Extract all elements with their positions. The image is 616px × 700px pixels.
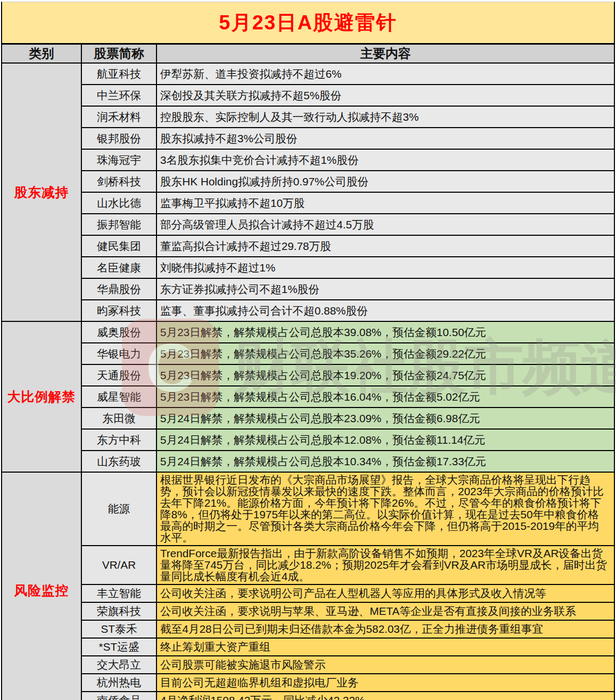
- stock-name-cell: 振邦智能: [81, 214, 156, 235]
- content-cell: 深创投及其关联方拟减持不超5%股份: [156, 85, 614, 106]
- content-cell: 公司股票可能被实施退市风险警示: [156, 656, 614, 674]
- content-cell: 目前公司无超超临界机组和虚拟电厂业务: [156, 674, 614, 692]
- table-row: 丰立智能公司收关注函，要求说明公司产品在人型机器人等应用的具体形式及收入情况等: [2, 584, 614, 602]
- content-cell: 部分高级管理人员拟合计减持不超过4.5万股: [156, 214, 614, 235]
- table-row: 振邦智能部分高级管理人员拟合计减持不超过4.5万股: [2, 214, 614, 235]
- stock-name-cell: 荣旗科技: [81, 602, 156, 620]
- stock-name-cell: 航亚科技: [81, 63, 156, 85]
- table-row: 风险监控能源根据世界银行近日发布的《大宗商品市场展望》报告，全球大宗商品价格将呈…: [2, 472, 614, 546]
- stock-name-cell: 昀冢科技: [81, 300, 156, 321]
- category-cell: 风险监控: [2, 472, 81, 700]
- stock-name-cell: 名臣健康: [81, 257, 156, 278]
- content-cell: 刘晓伟拟减持不超过1%: [156, 257, 614, 278]
- stock-name-cell: 华银电力: [81, 343, 156, 364]
- table-row: 杭州热电目前公司无超超临界机组和虚拟电厂业务: [2, 674, 614, 692]
- table-row: 南侨食品4月净利润1508.42万元，同比减少42.32%: [2, 692, 614, 700]
- table-row: 名臣健康刘晓伟拟减持不超过1%: [2, 257, 614, 278]
- stock-name-cell: VR/AR: [81, 546, 156, 584]
- stock-name-cell: ST泰禾: [81, 620, 156, 638]
- table-row: 山东药玻5月24日解禁，解禁规模占公司总股本10.34%，预估金额17.33亿元: [2, 451, 614, 472]
- content-cell: TrendForce最新报告指出，由于新款高阶设备销售不如预期，2023年全球V…: [156, 546, 614, 584]
- content-cell: 5月23日解禁，解禁规模占公司总股本39.08%，预估金额10.50亿元: [156, 321, 614, 343]
- content-cell: 股东拟减持不超3%公司股份: [156, 128, 614, 149]
- content-cell: 监事梅卫平拟减持不超10万股: [156, 192, 614, 214]
- table-row: 山水比德监事梅卫平拟减持不超10万股: [2, 192, 614, 214]
- table-body: 股东减持航亚科技伊犁苏新、道丰投资拟减持不超过6%中兰环保深创投及其关联方拟减持…: [2, 63, 614, 700]
- table-row: 威星智能5月23日解禁，解禁规模占公司总股本16.04%，预估金额5.02亿元: [2, 386, 614, 408]
- content-cell: 5月23日解禁，解禁规模占公司总股本16.04%，预估金额5.02亿元: [156, 386, 614, 408]
- table-row: ST泰禾截至4月28日公司已到期未归还借款本金为582.03亿，正全力推进债务重…: [2, 620, 614, 638]
- stock-name-cell: 威星智能: [81, 386, 156, 408]
- table-row: 大比例解禁威奥股份5月23日解禁，解禁规模占公司总股本39.08%，预估金额10…: [2, 321, 614, 343]
- page-title: 5月23日A股避雷针: [219, 9, 397, 36]
- table-row: 荣旗科技公司收关注函，要求说明与苹果、亚马逊、META等企业是否有直接及间接的业…: [2, 602, 614, 620]
- title-bar: 5月23日A股避雷针: [2, 2, 614, 45]
- stock-name-cell: 天通股份: [81, 364, 156, 386]
- table-row: VR/ARTrendForce最新报告指出，由于新款高阶设备销售不如预期，202…: [2, 546, 614, 584]
- stock-name-cell: 南侨食品: [81, 692, 156, 700]
- content-cell: 5月24日解禁，解禁规模占公司总股本12.08%，预估金额11.14亿元: [156, 429, 614, 451]
- stock-name-cell: 丰立智能: [81, 584, 156, 602]
- stock-name-cell: 山东药玻: [81, 451, 156, 472]
- table-row: 东田微5月24日解禁，解禁规模占公司总股本23.09%，预估金额6.98亿元: [2, 408, 614, 429]
- table-row: 天通股份5月23日解禁，解禁规模占公司总股本19.20%，预估金额24.75亿元: [2, 364, 614, 386]
- table-row: 健民集团董监高拟合计减持不超过29.78万股: [2, 235, 614, 257]
- content-cell: 截至4月28日公司已到期未归还借款本金为582.03亿，正全力推进债务重组事宜: [156, 620, 614, 638]
- stock-name-cell: 山水比德: [81, 192, 156, 214]
- content-cell: 公司收关注函，要求说明公司产品在人型机器人等应用的具体形式及收入情况等: [156, 584, 614, 602]
- category-cell: 股东减持: [2, 63, 81, 321]
- stock-name-cell: 能源: [81, 472, 156, 546]
- table-row: 昀冢科技监事、董事拟减持公司合计不超0.88%股份: [2, 300, 614, 321]
- stock-name-cell: 剑桥科技: [81, 171, 156, 192]
- content-cell: 终止筹划重大资产重组: [156, 638, 614, 656]
- stock-name-cell: 威奥股份: [81, 321, 156, 343]
- column-header-content: 主要内容: [156, 45, 614, 63]
- table-row: 润禾材料控股股东、实际控制人及其一致行动人拟减持不超3%: [2, 106, 614, 128]
- column-header-stock: 股票简称: [81, 45, 156, 63]
- content-cell: 公司收关注函，要求说明与苹果、亚马逊、META等企业是否有直接及间接的业务联系: [156, 602, 614, 620]
- stock-name-cell: 华鼎股份: [81, 278, 156, 300]
- content-cell: 控股股东、实际控制人及其一致行动人拟减持不超3%: [156, 106, 614, 128]
- table-row: 华银电力5月23日解禁，解禁规模占公司总股本35.26%，预估金额29.22亿元: [2, 343, 614, 364]
- stock-name-cell: 健民集团: [81, 235, 156, 257]
- table-row: *ST运盛终止筹划重大资产重组: [2, 638, 614, 656]
- table-row: 华鼎股份东方证券拟减持公司不超1%股份: [2, 278, 614, 300]
- content-cell: 5月23日解禁，解禁规模占公司总股本19.20%，预估金额24.75亿元: [156, 364, 614, 386]
- table-row: 中兰环保深创投及其关联方拟减持不超5%股份: [2, 85, 614, 106]
- content-cell: 根据世界银行近日发布的《大宗商品市场展望》报告，全球大宗商品价格将呈现出下行趋势…: [156, 472, 614, 546]
- stock-name-cell: 杭州热电: [81, 674, 156, 692]
- stock-name-cell: 东方中科: [81, 429, 156, 451]
- stock-name-cell: 润禾材料: [81, 106, 156, 128]
- table-row: 剑桥科技股东HK Holding拟减持所持0.97%公司股份: [2, 171, 614, 192]
- stock-name-cell: 交大昂立: [81, 656, 156, 674]
- content-cell: 4月净利润1508.42万元，同比减少42.32%: [156, 692, 614, 700]
- table-row: 银邦股份股东拟减持不超3%公司股份: [2, 128, 614, 149]
- alert-table: 类别 股票简称 主要内容 股东减持航亚科技伊犁苏新、道丰投资拟减持不超过6%中兰…: [2, 45, 614, 700]
- alert-table-container: 5月23日A股避雷针 类别 股票简称 主要内容 股东减持航亚科技伊犁苏新、道丰投…: [1, 2, 615, 700]
- content-cell: 东方证券拟减持公司不超1%股份: [156, 278, 614, 300]
- stock-name-cell: 东田微: [81, 408, 156, 429]
- category-cell: 大比例解禁: [2, 321, 81, 472]
- content-cell: 股东HK Holding拟减持所持0.97%公司股份: [156, 171, 614, 192]
- content-cell: 监事、董事拟减持公司合计不超0.88%股份: [156, 300, 614, 321]
- content-cell: 伊犁苏新、道丰投资拟减持不超过6%: [156, 63, 614, 85]
- table-row: 珠海冠宇3名股东拟集中竞价合计减持不超1%股份: [2, 149, 614, 171]
- table-row: 股东减持航亚科技伊犁苏新、道丰投资拟减持不超过6%: [2, 63, 614, 85]
- table-row: 东方中科5月24日解禁，解禁规模占公司总股本12.08%，预估金额11.14亿元: [2, 429, 614, 451]
- stock-name-cell: 珠海冠宇: [81, 149, 156, 171]
- content-cell: 5月24日解禁，解禁规模占公司总股本23.09%，预估金额6.98亿元: [156, 408, 614, 429]
- content-cell: 董监高拟合计减持不超过29.78万股: [156, 235, 614, 257]
- header-row: 类别 股票简称 主要内容: [2, 45, 614, 63]
- content-cell: 5月23日解禁，解禁规模占公司总股本35.26%，预估金额29.22亿元: [156, 343, 614, 364]
- stock-name-cell: 银邦股份: [81, 128, 156, 149]
- content-cell: 5月24日解禁，解禁规模占公司总股本10.34%，预估金额17.33亿元: [156, 451, 614, 472]
- column-header-category: 类别: [2, 45, 81, 63]
- stock-name-cell: 中兰环保: [81, 85, 156, 106]
- table-row: 交大昂立公司股票可能被实施退市风险警示: [2, 656, 614, 674]
- content-cell: 3名股东拟集中竞价合计减持不超1%股份: [156, 149, 614, 171]
- stock-name-cell: *ST运盛: [81, 638, 156, 656]
